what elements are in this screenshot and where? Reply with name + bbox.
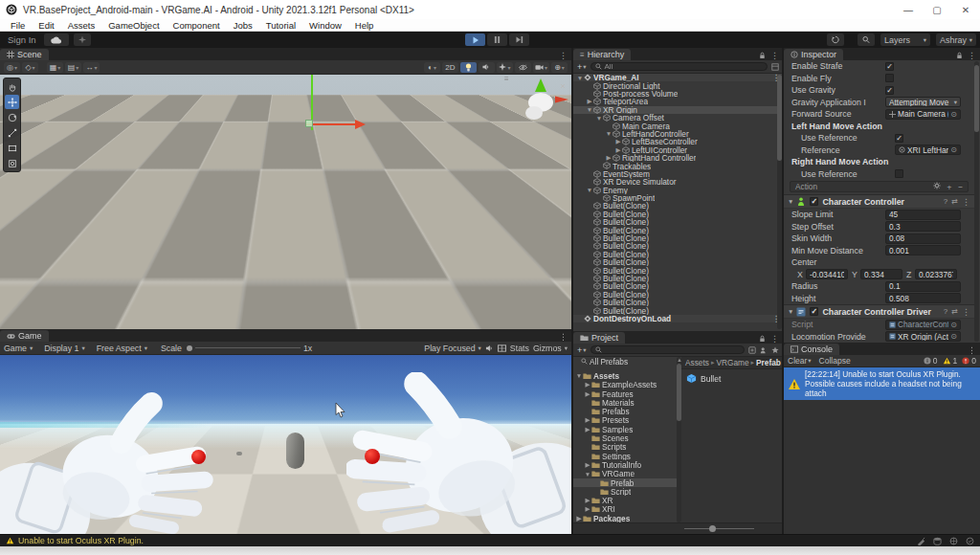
- hierarchy-item[interactable]: Bullet(Clone): [573, 218, 783, 226]
- menu-help[interactable]: Help: [348, 20, 381, 31]
- hierarchy-item[interactable]: ▶RightHand Controller: [573, 154, 783, 162]
- stats-toggle[interactable]: Stats: [510, 344, 529, 353]
- menu-gameobject[interactable]: GameObject: [101, 20, 166, 31]
- code-coverage-icon[interactable]: [917, 537, 925, 545]
- tab-hierarchy[interactable]: ≡ Hierarchy: [573, 49, 631, 60]
- hierarchy-item[interactable]: ▼Camera Offset: [573, 114, 783, 122]
- hierarchy-item[interactable]: DontDestroyOnLoad⋮: [573, 315, 783, 322]
- text-field[interactable]: 0.001: [885, 245, 961, 255]
- collapsed-arrow-icon[interactable]: ▶: [605, 154, 612, 162]
- component-menu-icon[interactable]: ⋮: [962, 197, 970, 207]
- hierarchy-item[interactable]: ▼LeftHandController: [573, 130, 783, 138]
- expanded-arrow-icon[interactable]: ▼: [595, 115, 603, 122]
- project-add-button[interactable]: +▾: [577, 345, 587, 355]
- menu-assets[interactable]: Assets: [61, 20, 102, 31]
- hierarchy-item[interactable]: SpawnPoint: [573, 194, 783, 202]
- component-header[interactable]: ▼✓Character Controller?⇄⋮: [784, 194, 974, 209]
- object-picker-icon[interactable]: ⊙: [950, 110, 957, 119]
- console-warning-count[interactable]: 1: [943, 356, 958, 366]
- expanded-arrow-icon[interactable]: ▼: [586, 106, 593, 113]
- camera-settings-button[interactable]: ▾: [533, 62, 549, 73]
- expanded-arrow-icon[interactable]: ▼: [788, 308, 793, 315]
- 2d-toggle-button[interactable]: 2D: [442, 62, 458, 73]
- hierarchy-item[interactable]: Post-process Volume: [573, 90, 783, 98]
- hierarchy-item[interactable]: ▶LeftBaseController: [573, 138, 783, 145]
- project-folder-item[interactable]: Scripts: [573, 443, 677, 452]
- expanded-arrow-icon[interactable]: ▼: [575, 372, 583, 379]
- hierarchy-item[interactable]: ▼XR Origin: [573, 106, 783, 114]
- inspector-scrollbar[interactable]: [974, 61, 979, 342]
- text-field[interactable]: 45: [885, 210, 961, 220]
- axis-value-field[interactable]: 0.334: [860, 269, 902, 279]
- project-folder-item[interactable]: ▶Samples: [573, 425, 677, 433]
- expanded-arrow-icon[interactable]: ▼: [584, 471, 591, 477]
- project-folder-item[interactable]: Materials: [573, 398, 677, 407]
- object-picker-icon[interactable]: ⊙: [950, 332, 957, 341]
- scene-picker-icon[interactable]: [771, 63, 779, 71]
- tab-game[interactable]: Game: [0, 330, 49, 342]
- project-folder-item[interactable]: ▶XR: [573, 496, 677, 504]
- maximize-button[interactable]: ▢: [923, 0, 951, 19]
- presets-icon[interactable]: ⇄: [951, 307, 958, 317]
- text-field[interactable]: 0.3: [885, 221, 961, 232]
- hierarchy-item[interactable]: Bullet(Clone): [573, 234, 783, 242]
- search-by-label-icon[interactable]: [760, 346, 768, 354]
- scale-slider-thumb[interactable]: [187, 345, 192, 351]
- hierarchy-item[interactable]: Bullet(Clone): [573, 258, 783, 266]
- project-folder-item[interactable]: ▶Features: [573, 389, 677, 398]
- collapsed-arrow-icon[interactable]: ▶: [584, 416, 591, 424]
- hierarchy-item[interactable]: Trackables: [573, 162, 783, 169]
- minimize-button[interactable]: —: [894, 0, 923, 19]
- lock-icon[interactable]: [759, 52, 766, 59]
- hierarchy-menu-icon[interactable]: ⋮: [770, 51, 779, 60]
- cache-server-icon[interactable]: [933, 537, 942, 545]
- display-dropdown[interactable]: Display 1▾: [44, 344, 84, 353]
- hierarchy-item[interactable]: Directional Light: [573, 81, 783, 89]
- unity-ai-button[interactable]: [74, 33, 91, 46]
- tool-handle-pivot-button[interactable]: ◎▾: [4, 62, 20, 73]
- menu-component[interactable]: Component: [167, 20, 227, 31]
- axis-value-field[interactable]: -0.0344106: [806, 269, 848, 279]
- effects-dropdown-button[interactable]: ▾: [497, 62, 513, 73]
- text-field[interactable]: 0.1: [885, 281, 961, 292]
- rect-tool[interactable]: [5, 141, 19, 155]
- overlay-menu-icon[interactable]: ≡: [504, 75, 509, 83]
- project-favorite-item[interactable]: All Prefabs: [573, 357, 677, 366]
- gizmo-center-handle[interactable]: [305, 120, 313, 127]
- hierarchy-item[interactable]: Bullet(Clone): [573, 251, 783, 258]
- breadcrumb-segment[interactable]: Prefab: [756, 358, 781, 367]
- hierarchy-item[interactable]: Bullet(Clone): [573, 202, 783, 210]
- scene-audio-toggle[interactable]: [479, 62, 495, 73]
- project-folder-item[interactable]: ▼Assets: [573, 371, 677, 380]
- collapsed-arrow-icon[interactable]: ▶: [586, 98, 593, 105]
- hierarchy-item[interactable]: Bullet(Clone): [573, 306, 783, 314]
- remove-icon[interactable]: −: [958, 182, 963, 192]
- project-folder-item[interactable]: ▶XRI: [573, 505, 677, 514]
- scale-slider[interactable]: Scale 1x: [161, 344, 312, 353]
- project-menu-icon[interactable]: ⋮: [770, 334, 779, 344]
- hierarchy-item[interactable]: Bullet(Clone): [573, 242, 783, 250]
- gizmos-dropdown-button[interactable]: ⊕▾: [551, 62, 568, 73]
- project-folder-item[interactable]: Settings: [573, 452, 677, 460]
- object-picker-icon[interactable]: ⊙: [950, 321, 957, 329]
- project-zoom-slider[interactable]: [684, 525, 754, 532]
- project-asset-item[interactable]: Bullet: [686, 373, 778, 384]
- menu-jobs[interactable]: Jobs: [227, 20, 259, 31]
- scale-slider-track[interactable]: [195, 347, 301, 348]
- collapsed-arrow-icon[interactable]: ▶: [584, 426, 591, 433]
- presets-icon[interactable]: ⇄: [951, 197, 958, 207]
- step-button[interactable]: [509, 33, 529, 46]
- scene-viewport[interactable]: ≡: [0, 75, 571, 329]
- project-folder-item[interactable]: ▼VRGame: [573, 470, 677, 478]
- help-icon[interactable]: ?: [944, 197, 947, 207]
- help-icon[interactable]: ?: [944, 307, 947, 317]
- pause-button[interactable]: [487, 33, 507, 46]
- axis-value-field[interactable]: 0.02337672: [915, 269, 957, 279]
- component-enabled-checkbox[interactable]: ✓: [810, 307, 818, 316]
- expanded-arrow-icon[interactable]: ▼: [576, 75, 584, 81]
- project-folder-item[interactable]: ▶Presets: [573, 416, 677, 425]
- expanded-arrow-icon[interactable]: ▼: [586, 187, 593, 193]
- game-target-dropdown[interactable]: Game▾: [4, 344, 33, 353]
- object-field[interactable]: XRI LeftHand Locomoti⊙: [895, 144, 961, 155]
- move-tool[interactable]: [5, 95, 19, 109]
